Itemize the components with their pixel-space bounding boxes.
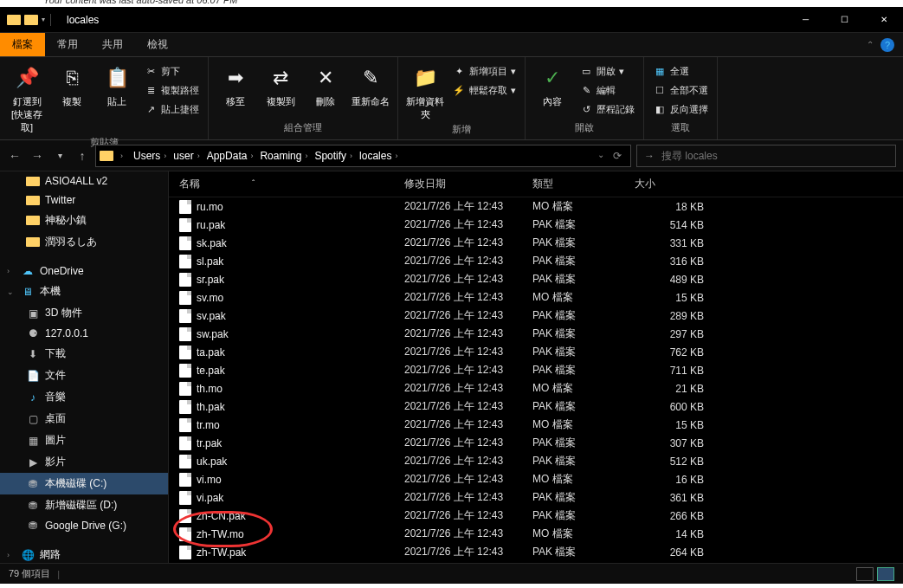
search-input[interactable] bbox=[661, 150, 888, 162]
file-row[interactable]: zh-TW.mo2021/7/26 上午 12:43MO 檔案14 KB bbox=[169, 525, 903, 543]
sidebar-item[interactable]: Twitter bbox=[0, 191, 168, 210]
sidebar-item[interactable]: 📄文件 bbox=[0, 365, 168, 386]
address-dropdown-icon[interactable]: ⌄ bbox=[597, 150, 604, 162]
recent-button[interactable]: ▾ bbox=[52, 151, 68, 160]
file-row[interactable]: tr.mo2021/7/26 上午 12:43MO 檔案15 KB bbox=[169, 416, 903, 434]
sidebar-item[interactable]: ⛃Google Drive (G:) bbox=[0, 516, 168, 535]
breadcrumb-item[interactable]: locales› bbox=[356, 150, 401, 162]
sidebar-item[interactable]: ⬇下載 bbox=[0, 343, 168, 365]
file-row[interactable]: vi.mo2021/7/26 上午 12:43MO 檔案16 KB bbox=[169, 470, 903, 488]
sidebar-item[interactable]: 潤羽るしあ bbox=[0, 231, 168, 253]
invert-button[interactable]: ◧反向選擇 bbox=[649, 100, 712, 118]
file-row[interactable]: sv.pak2021/7/26 上午 12:43PAK 檔案289 KB bbox=[169, 307, 903, 325]
tab-home[interactable]: 常用 bbox=[45, 33, 90, 56]
file-row[interactable]: ru.mo2021/7/26 上午 12:43MO 檔案18 KB bbox=[169, 197, 903, 216]
pasteshortcut-button[interactable]: ↗貼上捷徑 bbox=[140, 100, 203, 118]
file-row[interactable]: tr.pak2021/7/26 上午 12:43PAK 檔案307 KB bbox=[169, 434, 903, 452]
breadcrumb-item[interactable]: user› bbox=[170, 150, 203, 162]
search-box[interactable]: → bbox=[636, 145, 896, 167]
refresh-button[interactable]: ⟳ bbox=[613, 150, 622, 162]
sidebar-item[interactable]: ›🌐網路 bbox=[0, 544, 168, 563]
back-button[interactable]: ← bbox=[7, 149, 23, 163]
group-new: 新增 bbox=[452, 121, 471, 138]
newitem-button[interactable]: ✦新增項目 ▾ bbox=[448, 62, 519, 80]
item-count: 79 個項目 bbox=[9, 567, 50, 580]
file-row[interactable]: zh-CN.pak2021/7/26 上午 12:43PAK 檔案266 KB bbox=[169, 507, 903, 525]
breadcrumb-item[interactable]: Users› bbox=[130, 150, 170, 162]
file-row[interactable]: ru.pak2021/7/26 上午 12:43PAK 檔案514 KB bbox=[169, 216, 903, 234]
copypath-button[interactable]: ≣複製路徑 bbox=[140, 81, 203, 99]
file-row[interactable]: sw.pak2021/7/26 上午 12:43PAK 檔案297 KB bbox=[169, 325, 903, 343]
sidebar-item[interactable]: ♪音樂 bbox=[0, 386, 168, 408]
properties-button[interactable]: ✓內容 bbox=[531, 61, 574, 108]
sidebar-item[interactable]: ▣3D 物件 bbox=[0, 302, 168, 324]
col-size[interactable]: 大小 bbox=[635, 177, 704, 191]
view-large-button[interactable] bbox=[877, 567, 894, 581]
file-row[interactable]: th.pak2021/7/26 上午 12:43PAK 檔案600 KB bbox=[169, 397, 903, 416]
titlebar: ▾ locales ─ ☐ ✕ bbox=[0, 7, 903, 33]
search-icon: → bbox=[644, 150, 655, 162]
file-row[interactable]: sk.pak2021/7/26 上午 12:43PAK 檔案331 KB bbox=[169, 234, 903, 252]
breadcrumb-item[interactable]: Spotify› bbox=[311, 150, 356, 162]
sidebar-item[interactable]: ASIO4ALL v2 bbox=[0, 171, 168, 191]
file-row[interactable]: zh-TW.pak2021/7/26 上午 12:43PAK 檔案264 KB bbox=[169, 543, 903, 561]
sidebar-item[interactable]: ⌄🖥本機 bbox=[0, 281, 168, 302]
file-list[interactable]: ru.mo2021/7/26 上午 12:43MO 檔案18 KBru.pak2… bbox=[169, 197, 903, 563]
open-button[interactable]: ▭開啟 ▾ bbox=[576, 62, 638, 80]
file-row[interactable]: sl.pak2021/7/26 上午 12:43PAK 檔案316 KB bbox=[169, 252, 903, 270]
sidebar-item[interactable]: ▢桌面 bbox=[0, 408, 168, 430]
selectnone-button[interactable]: ☐全部不選 bbox=[649, 81, 712, 99]
column-headers[interactable]: 名稱ˆ 修改日期 類型 大小 bbox=[169, 171, 903, 197]
open-icon: ▭ bbox=[579, 64, 593, 78]
copyto-button[interactable]: ⇄複製到 bbox=[259, 61, 302, 108]
up-button[interactable]: ↑ bbox=[74, 149, 90, 163]
delete-icon: ✕ bbox=[312, 64, 339, 92]
moveto-button[interactable]: ➡移至 bbox=[214, 61, 257, 108]
collapse-ribbon-icon[interactable]: ⌃ bbox=[867, 40, 874, 49]
file-row[interactable]: te.pak2021/7/26 上午 12:43PAK 檔案711 KB bbox=[169, 361, 903, 379]
sidebar[interactable]: ASIO4ALL v2Twitter神秘小鎮潤羽るしあ›☁OneDrive⌄🖥本… bbox=[0, 171, 169, 563]
history-button[interactable]: ↺歷程記錄 bbox=[576, 100, 638, 118]
tab-share[interactable]: 共用 bbox=[90, 33, 135, 56]
col-type[interactable]: 類型 bbox=[532, 177, 635, 191]
sidebar-item[interactable]: ⚈127.0.0.1 bbox=[0, 324, 168, 343]
col-date[interactable]: 修改日期 bbox=[404, 177, 532, 191]
file-row[interactable]: vi.pak2021/7/26 上午 12:43PAK 檔案361 KB bbox=[169, 488, 903, 507]
file-row[interactable]: sr.pak2021/7/26 上午 12:43PAK 檔案489 KB bbox=[169, 270, 903, 288]
minimize-button[interactable]: ─ bbox=[786, 7, 825, 33]
edit-button[interactable]: ✎編輯 bbox=[576, 81, 638, 99]
view-details-button[interactable] bbox=[856, 567, 874, 581]
sidebar-item[interactable]: ▶影片 bbox=[0, 451, 168, 473]
tab-file[interactable]: 檔案 bbox=[0, 33, 45, 56]
tab-view[interactable]: 檢視 bbox=[135, 33, 180, 56]
file-row[interactable]: ta.pak2021/7/26 上午 12:43PAK 檔案762 KB bbox=[169, 343, 903, 361]
cut-button[interactable]: ✂剪下 bbox=[140, 62, 203, 80]
help-icon[interactable]: ? bbox=[880, 38, 894, 52]
rename-button[interactable]: ✎重新命名 bbox=[349, 61, 392, 108]
address-bar[interactable]: › Users›user›AppData›Roaming›Spotify›loc… bbox=[95, 145, 631, 167]
moveto-icon: ➡ bbox=[222, 64, 249, 92]
file-row[interactable]: th.mo2021/7/26 上午 12:43MO 檔案21 KB bbox=[169, 379, 903, 397]
file-row[interactable]: uk.pak2021/7/26 上午 12:43PAK 檔案512 KB bbox=[169, 452, 903, 470]
forward-button[interactable]: → bbox=[29, 149, 45, 163]
copy-button[interactable]: ⎘複製 bbox=[50, 61, 94, 108]
maximize-button[interactable]: ☐ bbox=[825, 7, 864, 33]
file-row[interactable]: sv.mo2021/7/26 上午 12:43MO 檔案15 KB bbox=[169, 288, 903, 307]
paste-button[interactable]: 📋貼上 bbox=[95, 61, 139, 108]
selectall-button[interactable]: ▦全選 bbox=[649, 62, 712, 80]
sidebar-item[interactable]: ▦圖片 bbox=[0, 430, 168, 451]
pin-button[interactable]: 📌釘選到 [快速存取] bbox=[5, 61, 48, 134]
breadcrumb-item[interactable]: AppData› bbox=[203, 150, 257, 162]
breadcrumb-item[interactable]: Roaming› bbox=[256, 150, 311, 162]
delete-button[interactable]: ✕刪除 bbox=[304, 61, 347, 108]
sidebar-item[interactable]: ›☁OneDrive bbox=[0, 262, 168, 281]
sidebar-item[interactable]: 神秘小鎮 bbox=[0, 210, 168, 231]
sidebar-item[interactable]: ⛃新增磁碟區 (D:) bbox=[0, 494, 168, 516]
address-folder-icon bbox=[100, 151, 113, 161]
dropdown-icon[interactable]: ▾ bbox=[42, 16, 45, 23]
sidebar-item[interactable]: ⛃本機磁碟 (C:) bbox=[0, 473, 168, 494]
col-name[interactable]: 名稱 bbox=[179, 178, 200, 190]
easyaccess-button[interactable]: ⚡輕鬆存取 ▾ bbox=[448, 81, 519, 99]
close-button[interactable]: ✕ bbox=[864, 7, 903, 33]
newfolder-button[interactable]: 📁新增資料夾 bbox=[403, 61, 447, 121]
